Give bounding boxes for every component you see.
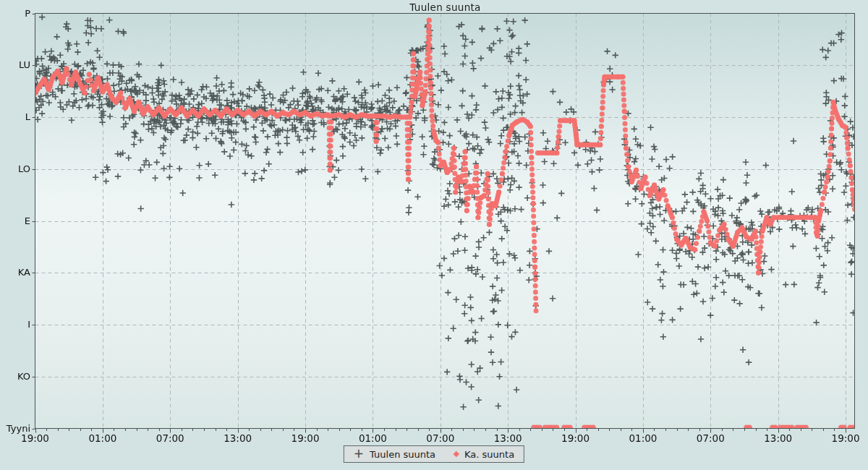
diamond-marker-icon	[454, 451, 459, 457]
x-axis-tick-label: 19:00	[21, 432, 49, 444]
x-axis-tick-label: 13:00	[764, 432, 792, 444]
x-axis-tick-label: 07:00	[156, 432, 184, 444]
y-axis-tick-label: LU	[0, 59, 30, 72]
x-axis-tick-label: 19:00	[292, 432, 320, 444]
x-axis-tick-label: 13:00	[494, 432, 522, 444]
legend-item-label: Ka. suunta	[464, 449, 514, 460]
y-axis-tick-label: E	[0, 215, 30, 228]
chart-plot-canvas	[0, 0, 868, 470]
y-axis-tick-label: KO	[0, 370, 30, 383]
plus-marker-icon: +	[354, 450, 364, 457]
x-axis-tick-label: 01:00	[629, 432, 657, 444]
x-axis-tick-label: 01:00	[88, 432, 116, 444]
x-axis-tick-label: 01:00	[359, 432, 387, 444]
x-axis-tick-label: 19:00	[832, 432, 860, 444]
chart-title: Tuulen suunta	[35, 1, 855, 13]
y-axis-tick-label: L	[0, 111, 30, 124]
x-axis-tick-label: 13:00	[224, 432, 252, 444]
y-axis-tick-label: KA	[0, 266, 30, 279]
y-axis-tick-label: LO	[0, 163, 30, 176]
x-axis-tick-label: 19:00	[561, 432, 590, 444]
x-axis-tick-label: 07:00	[426, 432, 454, 444]
y-axis-tick-label: P	[0, 7, 30, 20]
legend: + Tuulen suunta Ka. suunta	[344, 445, 524, 463]
legend-item-mean-direction: Ka. suunta	[454, 449, 514, 460]
legend-item-wind-direction: + Tuulen suunta	[354, 449, 435, 460]
wind-direction-chart-page: { "title": "Tuulen suunta", "colors": { …	[0, 0, 868, 470]
y-axis-tick-label: I	[0, 318, 30, 331]
x-axis-tick-label: 07:00	[697, 432, 725, 444]
legend-item-label: Tuulen suunta	[370, 449, 435, 460]
